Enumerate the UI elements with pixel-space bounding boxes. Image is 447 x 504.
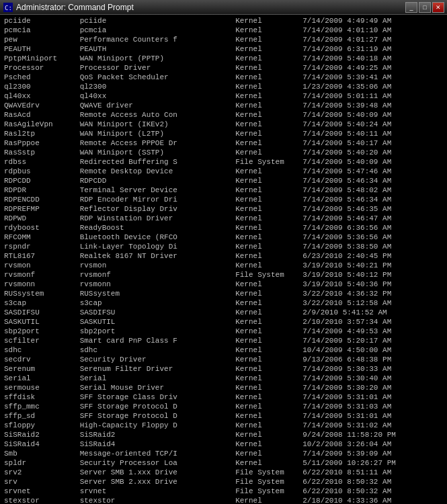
table-row: sfloppyHigh-Capacity Floppy DKernel7/14/… [3, 421, 444, 430]
table-row: RDPENCDDRDP Encoder Mirror DriKernel7/14… [3, 195, 444, 204]
table-row: PptpMiniportWAN Miniport (PPTP)Kernel7/1… [3, 54, 444, 63]
table-row: SiSRaid2SiSRaid2Kernel9/24/2008 11:58:20… [3, 430, 444, 439]
table-row: SmbMessage-oriented TCP/IKernel7/14/2009… [3, 449, 444, 458]
table-row: SerialSerialKernel7/14/2009 5:30:40 AM [3, 374, 444, 383]
table-row: ql40xxql40xxKernel7/14/2009 5:01:11 AM [3, 91, 444, 101]
table-row: rdbssRedirected Buffering SFile System7/… [3, 157, 444, 167]
table-row: ql2300ql2300Kernel1/23/2009 4:35:06 AM [3, 82, 444, 91]
table-row: RTL8167Realtek 8167 NT DriverKernel6/23/… [3, 251, 444, 261]
table-row: sdhcsdhcKernel10/4/2009 4:50:00 AM [3, 345, 444, 355]
title-bar: C: Administrator: Command Prompt _ □ ✕ [0, 0, 447, 15]
table-row: sffp_mmcSFF Storage Protocol DKernel7/14… [3, 402, 444, 411]
table-row: secdrvSecurity DriverKernel9/13/2006 6:4… [3, 355, 444, 364]
table-row: RDPREFMPReflector Display DrivKernel7/14… [3, 204, 444, 214]
table-row: sbp2portsbp2portKernel7/14/2009 4:49:53 … [3, 327, 444, 336]
table-row: sffdiskSFF Storage Class DrivKernel7/14/… [3, 392, 444, 402]
table-row: RDPWDRDP Winstation DriverKernel7/14/200… [3, 214, 444, 223]
table-row: RDPCDDRDPCDDKernel7/14/2009 5:46:34 AM [3, 176, 444, 185]
table-row: sermouseSerial Mouse DriverKernel7/14/20… [3, 383, 444, 392]
table-row: RUSsystemRUSsystemKernel3/22/2010 4:36:3… [3, 289, 444, 298]
table-row: RDPDRTerminal Server DeviceKernel7/14/20… [3, 185, 444, 195]
terminal-content: pciidepciideKernel7/14/2009 4:49:49 AMpc… [0, 15, 447, 504]
minimize-button[interactable]: _ [405, 2, 417, 13]
title-bar-left: C: Administrator: Command Prompt [3, 2, 134, 13]
table-row: SASDIFSUSASDIFSUKernel2/9/2010 5:41:52 A… [3, 308, 444, 317]
table-row: PschedQoS Packet SchedulerKernel7/14/200… [3, 73, 444, 82]
table-row: s3caps3capKernel3/22/2010 5:12:58 AM [3, 298, 444, 308]
table-row: srvServer SMB 2.xxx DriveFile System6/22… [3, 477, 444, 487]
table-row: QWAVEdrvQWAVE driverKernel7/14/2009 5:39… [3, 101, 444, 110]
table-row: RasAgileVpnWAN Miniport (IKEv2)Kernel7/1… [3, 120, 444, 129]
table-row: pcmciapcmciaKernel7/14/2009 4:01:10 AM [3, 26, 444, 35]
table-row: pewPerformance Counters fKernel7/14/2009… [3, 35, 444, 44]
table-row: Rasl2tpWAN Miniport (L2TP)Kernel7/14/200… [3, 129, 444, 138]
table-row: SiSRaid4SiSRaid4Kernel10/2/2008 3:26:04 … [3, 439, 444, 449]
table-row: rdpbusRemote Desktop DeviceKernel7/14/20… [3, 167, 444, 176]
process-table: pciidepciideKernel7/14/2009 4:49:49 AMpc… [3, 16, 444, 504]
table-row: stexstorstexstorKernel2/18/2010 4:33:36 … [3, 496, 444, 504]
table-row: spldrSecurity Processor LoaKernel5/11/20… [3, 458, 444, 468]
title-bar-buttons: _ □ ✕ [405, 2, 444, 13]
maximize-button[interactable]: □ [419, 2, 431, 13]
table-row: RasAcdRemote Access Auto ConKernel7/14/2… [3, 110, 444, 120]
title-bar-title: Administrator: Command Prompt [16, 3, 134, 12]
table-row: rvsmonfrvsmonfFile System3/19/2010 5:40:… [3, 270, 444, 280]
table-row: rdyboostReadyBoostKernel7/14/2009 6:36:5… [3, 223, 444, 233]
table-row: ProcessorProcessor DriverKernel7/14/2009… [3, 63, 444, 73]
table-row: rvsmonnrvsmonnKernel3/19/2010 5:40:36 PM [3, 280, 444, 289]
table-row: rvsmonrvsmonKernel3/19/2010 5:40:21 PM [3, 261, 444, 270]
table-row: srv2Server SMB 1.xxx DriveFile System6/2… [3, 468, 444, 477]
table-row: RasSstpWAN Miniport (SSTP)Kernel7/14/200… [3, 148, 444, 157]
table-row: SASKUTILSASKUTILKernel2/10/2010 3:57:34 … [3, 317, 444, 327]
svg-text:C:: C: [5, 5, 12, 11]
table-row: pciidepciideKernel7/14/2009 4:49:49 AM [3, 16, 444, 26]
cmd-icon: C: [3, 2, 13, 13]
close-button[interactable]: ✕ [432, 2, 444, 13]
table-row: SerenumSerenum Filter DriverKernel7/14/2… [3, 364, 444, 374]
table-row: sffp_sdSFF Storage Protocol DKernel7/14/… [3, 411, 444, 421]
table-row: rspndrLink-Layer Topology DiKernel7/14/2… [3, 242, 444, 251]
table-row: PEAUTHPEAUTHKernel7/14/2009 6:31:19 AM [3, 44, 444, 54]
table-row: RFCOMMBluetooth Device (RFCOKernel7/14/2… [3, 233, 444, 242]
table-row: scfilterSmart card PnP Class FKernel7/14… [3, 336, 444, 345]
table-row: RasPppoeRemote Access PPPOE DrKernel7/14… [3, 138, 444, 148]
table-row: srvnetsrvnetFile System6/22/2010 8:50:32… [3, 487, 444, 496]
